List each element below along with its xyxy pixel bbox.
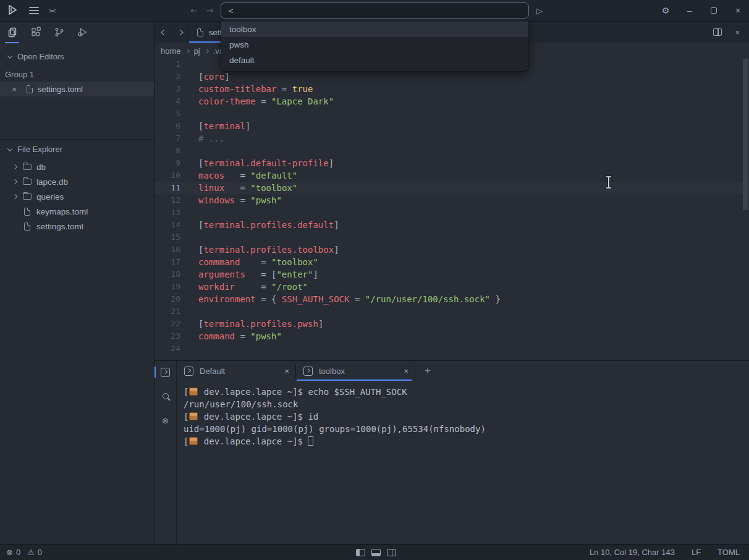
close-editor-icon[interactable]: × bbox=[10, 85, 19, 94]
line-content: [terminal] bbox=[198, 120, 250, 132]
command-palette-input[interactable]: < bbox=[221, 2, 529, 19]
token: macos bbox=[198, 171, 224, 180]
close-terminal-tab-icon[interactable]: × bbox=[404, 367, 408, 376]
minimize-button[interactable]: – bbox=[685, 6, 694, 15]
terminal-tab-default[interactable]: Default× bbox=[177, 361, 295, 381]
palette-item[interactable]: default bbox=[221, 53, 528, 68]
code-line[interactable]: 14[terminal.profiles.default] bbox=[154, 219, 749, 231]
terminal-line: /run/user/100/ssh.sock bbox=[184, 398, 749, 410]
open-editor-item[interactable]: ×settings.toml bbox=[0, 82, 154, 96]
package-icon bbox=[189, 412, 198, 420]
warning-count[interactable]: 0 bbox=[38, 548, 42, 557]
nav-forward-button[interactable]: → bbox=[206, 6, 214, 15]
breadcrumb-item[interactable]: home bbox=[161, 46, 181, 56]
editor-group-label: Group 1 bbox=[0, 69, 154, 80]
tree-item-lapce-db[interactable]: lapce.db bbox=[0, 174, 154, 189]
code-line[interactable]: 20environment = { SSH_AUTH_SOCK = "/run/… bbox=[154, 293, 749, 305]
line-ending[interactable]: LF bbox=[692, 548, 701, 557]
new-terminal-button[interactable]: + bbox=[415, 361, 440, 381]
error-count[interactable]: 0 bbox=[16, 548, 20, 557]
menu-icon[interactable] bbox=[29, 5, 39, 16]
code-line[interactable]: 5 bbox=[154, 108, 749, 120]
code-line[interactable]: 21 bbox=[154, 305, 749, 318]
code-line[interactable]: 11linux = "toolbox" bbox=[154, 182, 749, 194]
maximize-button[interactable] bbox=[709, 6, 718, 15]
code-line[interactable]: 7# ... bbox=[154, 132, 749, 145]
problems-panel-icon[interactable]: ⊗ bbox=[154, 415, 176, 426]
code-editor[interactable]: 12[core]3custom-titlebar = true4color-th… bbox=[154, 58, 749, 360]
token: arguments bbox=[198, 269, 245, 279]
terminal-tab-toolbox[interactable]: toolbox× bbox=[296, 361, 415, 381]
code-line[interactable]: 23command = "pwsh" bbox=[154, 330, 749, 342]
code-line[interactable]: 10macos = "default" bbox=[154, 169, 749, 182]
line-content: color-theme = "Lapce Dark" bbox=[198, 95, 334, 108]
toggle-left-panel-button[interactable] bbox=[356, 549, 365, 556]
code-line[interactable]: 2[core] bbox=[154, 70, 749, 83]
palette-item[interactable]: pwsh bbox=[221, 37, 528, 53]
token: "toolbox" bbox=[250, 183, 297, 193]
tree-item-settings-toml[interactable]: settings.toml bbox=[0, 219, 154, 234]
terminal-output[interactable]: [ dev.lapce.lapce ~]$ echo $SSH_AUTH_SOC… bbox=[177, 381, 749, 544]
breadcrumb-item[interactable]: pj bbox=[194, 46, 200, 56]
tree-item-keymaps-toml[interactable]: keymaps.toml bbox=[0, 204, 154, 219]
close-terminal-tab-icon[interactable]: × bbox=[284, 367, 289, 376]
line-content: arguments = ["enter"] bbox=[198, 268, 318, 281]
line-number: 11 bbox=[154, 182, 180, 194]
code-line[interactable]: 12windows = "pwsh" bbox=[154, 194, 749, 206]
palette-item[interactable]: toolbox bbox=[221, 22, 528, 37]
warning-icon[interactable]: ⚠ bbox=[27, 548, 35, 557]
terminal-panel-icon[interactable] bbox=[154, 367, 176, 378]
line-content: [terminal.profiles.pwsh] bbox=[198, 318, 323, 330]
chevron-right-icon bbox=[12, 194, 17, 199]
code-line[interactable]: 17commmand = "toolbox" bbox=[154, 256, 749, 268]
close-editor-group-icon[interactable]: × bbox=[735, 28, 740, 37]
toggle-right-panel-button[interactable] bbox=[387, 549, 396, 556]
code-line[interactable]: 13 bbox=[154, 206, 749, 219]
code-line[interactable]: 18arguments = ["enter"] bbox=[154, 268, 749, 281]
file-language[interactable]: TOML bbox=[717, 548, 740, 557]
line-content: windows = "pwsh" bbox=[198, 194, 282, 206]
error-icon[interactable]: ⊗ bbox=[6, 548, 13, 557]
search-panel-icon[interactable] bbox=[154, 391, 176, 402]
code-line[interactable]: 24 bbox=[154, 342, 749, 355]
plugins-icon[interactable] bbox=[28, 22, 43, 43]
nav-back-button[interactable]: ← bbox=[190, 6, 198, 15]
tab-history-back-icon[interactable] bbox=[161, 29, 167, 35]
tab-history-forward-icon[interactable] bbox=[177, 29, 184, 35]
explorer-icon[interactable] bbox=[5, 22, 19, 43]
line-number: 4 bbox=[154, 95, 180, 108]
terminal-tab-label: Default bbox=[200, 367, 278, 376]
palette-query-text: < bbox=[229, 6, 234, 15]
code-line[interactable]: 4color-theme = "Lapce Dark" bbox=[154, 95, 749, 108]
code-line[interactable]: 15 bbox=[154, 231, 749, 244]
code-line[interactable]: 9[terminal.default-profile] bbox=[154, 157, 749, 169]
source-control-icon[interactable] bbox=[52, 22, 66, 43]
token: "pwsh" bbox=[250, 195, 282, 205]
settings-gear-button[interactable]: ⚙ bbox=[661, 6, 670, 15]
code-line[interactable]: 19workdir = "/root" bbox=[154, 281, 749, 293]
tree-item-queries[interactable]: queries bbox=[0, 189, 154, 204]
debug-icon[interactable] bbox=[75, 22, 90, 43]
code-line[interactable]: 6[terminal] bbox=[154, 120, 749, 132]
toggle-bottom-panel-button[interactable] bbox=[371, 549, 381, 556]
code-line[interactable]: 8 bbox=[154, 145, 749, 157]
editor-scrollbar[interactable] bbox=[743, 59, 748, 210]
open-editors-title: Open Editors bbox=[17, 52, 64, 61]
token: = [ bbox=[245, 269, 277, 279]
code-line[interactable]: 3custom-titlebar = true bbox=[154, 83, 749, 95]
token: = bbox=[349, 294, 365, 304]
token: workdir bbox=[198, 282, 235, 292]
code-line[interactable]: 16[terminal.profiles.toolbox] bbox=[154, 244, 749, 256]
open-editors-section: Open Editors Group 1 ×settings.toml bbox=[0, 44, 154, 139]
close-button[interactable]: × bbox=[734, 6, 742, 15]
code-line[interactable]: 22[terminal.profiles.pwsh] bbox=[154, 318, 749, 330]
line-number: 2 bbox=[154, 70, 180, 83]
remote-connection-icon[interactable]: >< bbox=[49, 7, 54, 15]
terminal-panel: ⊗ Default×toolbox×+ [ dev.lapce.lapce ~]… bbox=[154, 360, 749, 544]
file-explorer-header[interactable]: File Explorer bbox=[0, 143, 154, 155]
cursor-position[interactable]: Ln 10, Col 19, Char 143 bbox=[590, 548, 675, 557]
tree-item-db[interactable]: db bbox=[0, 159, 154, 174]
run-button[interactable]: ▷ bbox=[536, 6, 543, 15]
open-editors-header[interactable]: Open Editors bbox=[0, 51, 154, 62]
split-editor-icon[interactable] bbox=[713, 28, 722, 36]
